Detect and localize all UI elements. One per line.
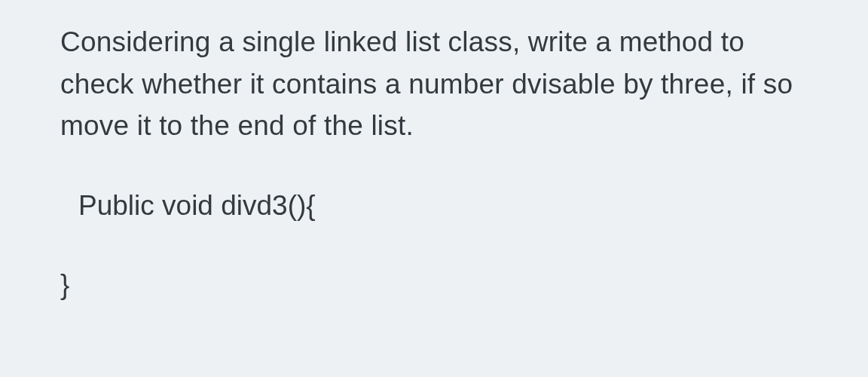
method-close-brace: } bbox=[60, 264, 808, 306]
method-signature: Public void divd3(){ bbox=[60, 185, 808, 227]
question-prompt: Considering a single linked list class, … bbox=[60, 21, 808, 147]
